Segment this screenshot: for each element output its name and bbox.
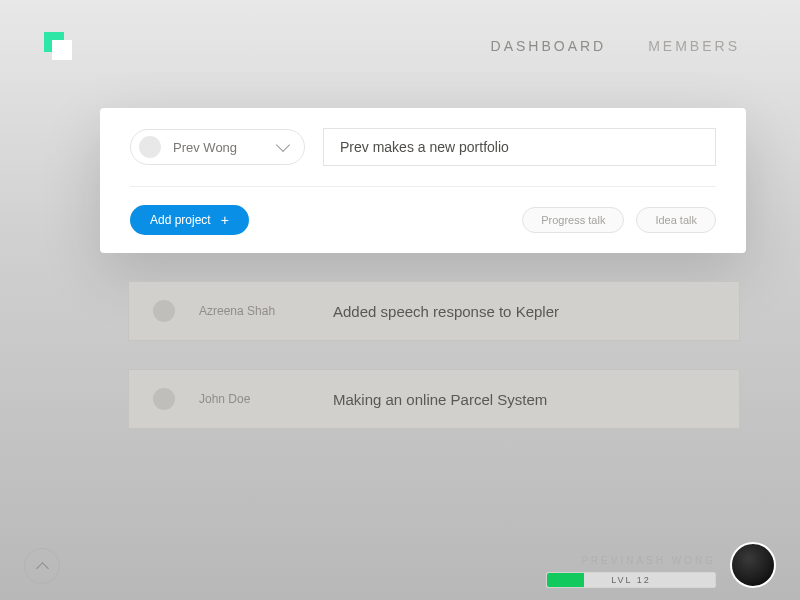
- nav-members[interactable]: MEMBERS: [648, 38, 740, 54]
- feed-item-text: Making an online Parcel System: [333, 391, 547, 408]
- user-select-label: Prev Wong: [173, 140, 266, 155]
- level-fill: [547, 573, 584, 587]
- feed-item-name: Azreena Shah: [199, 304, 309, 318]
- chevron-up-icon: [36, 562, 49, 575]
- footer: PREVINASH WONG LVL 12: [0, 542, 800, 600]
- feed-item[interactable]: John Doe Making an online Parcel System: [128, 369, 740, 429]
- feed-item-name: John Doe: [199, 392, 309, 406]
- pill-group: Progress talk Idea talk: [522, 207, 716, 233]
- feed-item[interactable]: Azreena Shah Added speech response to Ke…: [128, 281, 740, 341]
- compose-row: Prev Wong: [130, 128, 716, 187]
- project-title-input[interactable]: [323, 128, 716, 166]
- chevron-down-icon: [276, 138, 290, 152]
- avatar-icon: [153, 300, 175, 322]
- user-select[interactable]: Prev Wong: [130, 129, 305, 165]
- add-project-button[interactable]: Add project +: [130, 205, 249, 235]
- actions-row: Add project + Progress talk Idea talk: [130, 187, 716, 235]
- progress-talk-button[interactable]: Progress talk: [522, 207, 624, 233]
- user-bar: PREVINASH WONG LVL 12: [546, 542, 776, 588]
- level-bar: LVL 12: [546, 572, 716, 588]
- idea-talk-button[interactable]: Idea talk: [636, 207, 716, 233]
- scroll-up-button[interactable]: [24, 548, 60, 584]
- compose-card: Prev Wong Add project + Progress talk Id…: [100, 108, 746, 253]
- add-project-label: Add project: [150, 213, 211, 227]
- user-meta: PREVINASH WONG LVL 12: [546, 555, 716, 588]
- avatar-icon: [139, 136, 161, 158]
- logo: [44, 32, 72, 60]
- feed-list: Azreena Shah Added speech response to Ke…: [128, 281, 740, 429]
- user-avatar[interactable]: [730, 542, 776, 588]
- footer-user-name: PREVINASH WONG: [546, 555, 716, 566]
- nav: DASHBOARD MEMBERS: [491, 38, 740, 54]
- feed-item-text: Added speech response to Kepler: [333, 303, 559, 320]
- avatar-icon: [153, 388, 175, 410]
- plus-icon: +: [221, 213, 229, 227]
- nav-dashboard[interactable]: DASHBOARD: [491, 38, 607, 54]
- level-label: LVL 12: [611, 575, 651, 585]
